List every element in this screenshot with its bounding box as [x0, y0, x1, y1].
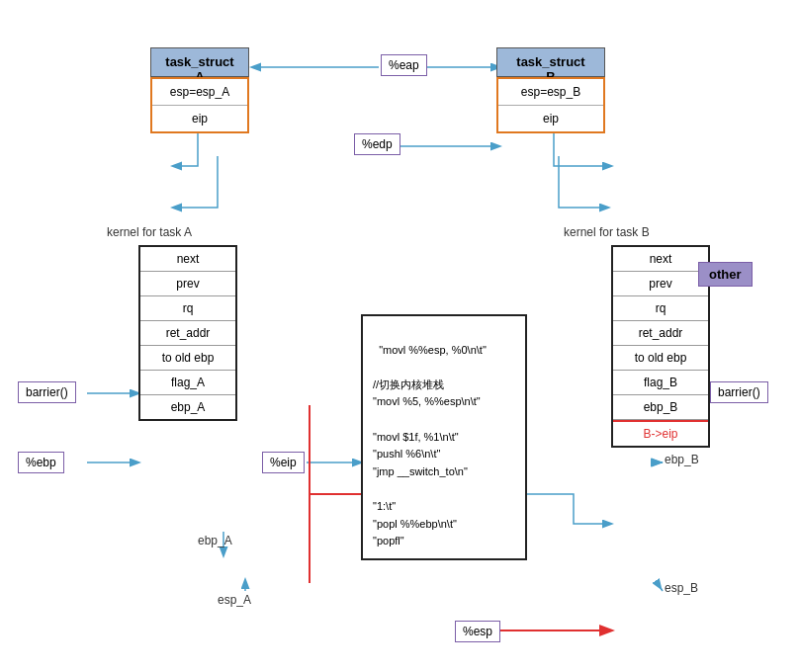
svg-line-11 — [661, 588, 663, 591]
kernel-a-ebp: ebp_A — [140, 395, 235, 419]
esp-a-label: esp_A — [218, 593, 251, 607]
task-struct-a-esp: esp=esp_A — [152, 79, 247, 106]
kernel-a-to-old-ebp: to old ebp — [140, 346, 235, 371]
ebp-a-label: ebp_A — [198, 534, 232, 547]
kernel-a-next: next — [140, 247, 235, 272]
kernel-a-ret-addr: ret_addr — [140, 321, 235, 346]
eip-label: %eip — [262, 452, 305, 473]
task-struct-a-eip: eip — [152, 106, 247, 131]
other-box: other — [698, 262, 753, 287]
task-struct-b-eip: eip — [498, 106, 603, 131]
ebp-b-label: ebp_B — [665, 453, 699, 466]
esp-b-label: esp_B — [665, 581, 698, 595]
kernel-b-flag: flag_B — [613, 371, 708, 395]
barrier-b: barrier() — [710, 381, 768, 403]
kernel-a-flag: flag_A — [140, 371, 235, 395]
kernel-b-prev: prev — [613, 272, 708, 296]
ebp-label: %ebp — [18, 452, 64, 473]
kernel-a-rq: rq — [140, 296, 235, 321]
kernel-b-ret-addr: ret_addr — [613, 321, 708, 346]
kernel-b-next: next — [613, 247, 708, 272]
kernel-b-label: kernel for task B — [564, 225, 650, 239]
code-box: "movl %%esp, %0\n\t" //切换内核堆栈 "movl %5, … — [361, 314, 527, 560]
kernel-a-prev: prev — [140, 272, 235, 296]
kernel-b-rq: rq — [613, 296, 708, 321]
kernel-b-ebp: ebp_B — [613, 395, 708, 420]
kernel-a-stack: next prev rq ret_addr to old ebp flag_A … — [138, 245, 237, 421]
kernel-b-to-old-ebp: to old ebp — [613, 346, 708, 371]
kernel-b-beip: B->eip — [613, 420, 708, 446]
task-struct-b-body: esp=esp_B eip — [496, 77, 605, 133]
task-struct-a: task_struct A — [150, 47, 249, 77]
kernel-b-stack: next prev rq ret_addr to old ebp flag_B … — [611, 245, 710, 448]
task-struct-b-esp: esp=esp_B — [498, 79, 603, 106]
barrier-a: barrier() — [18, 381, 76, 403]
edp-label: %edp — [354, 133, 400, 155]
kernel-a-label: kernel for task A — [107, 225, 192, 239]
task-struct-a-body: esp=esp_A eip — [150, 77, 249, 133]
eap-label: %eap — [381, 54, 427, 76]
esp-label: %esp — [455, 621, 500, 642]
code-content: "movl %%esp, %0\n\t" //切换内核堆栈 "movl %5, … — [373, 344, 487, 547]
task-struct-b: task_struct B — [496, 47, 605, 77]
